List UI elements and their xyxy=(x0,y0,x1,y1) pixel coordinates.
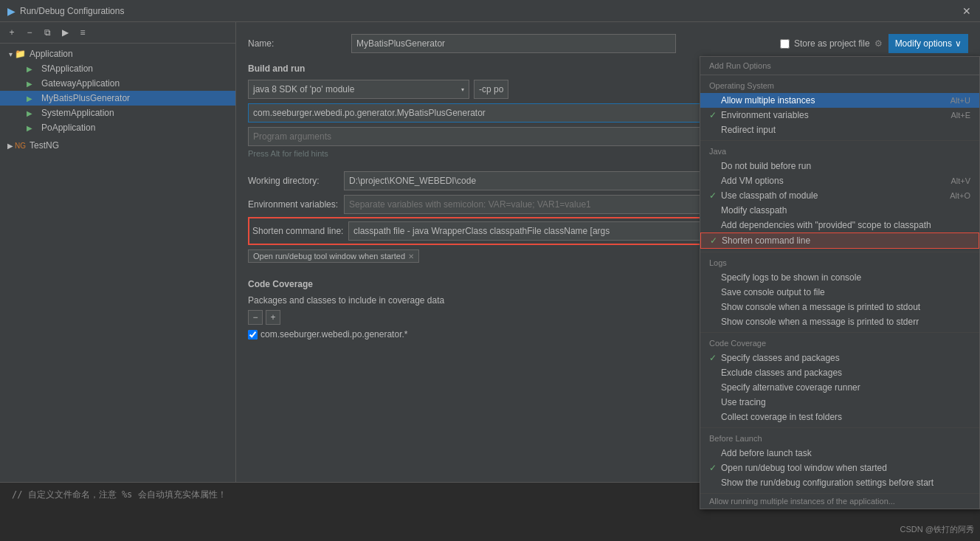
dropdown-item-show-stdout[interactable]: Show console when a message is printed t… xyxy=(700,300,979,314)
expand-arrow-icon: ▾ xyxy=(6,50,15,58)
dropdown-item-alt-runner[interactable]: Specify alternative coverage runner xyxy=(700,380,979,395)
dropdown-item-add-deps[interactable]: Add dependencies with "provided" scope t… xyxy=(700,218,979,232)
sdk-select-value: java 8 SDK of 'po' module xyxy=(253,84,458,94)
shortcut-label: Alt+U xyxy=(950,96,970,105)
dropdown-section-title-coverage: Code Coverage xyxy=(700,336,979,351)
dropdown-item-label: Specify classes and packages xyxy=(721,353,970,363)
sidebar-item-testng[interactable]: ▶ NG TestNG xyxy=(0,138,235,153)
shortcut-label: Alt+E xyxy=(950,111,970,120)
sort-config-button[interactable]: ≡ xyxy=(75,25,90,40)
sidebar-item-label: GatewayApplication xyxy=(41,78,120,89)
sidebar-item-application[interactable]: ▾ 📁 Application xyxy=(0,46,235,61)
copy-config-button[interactable]: ⧉ xyxy=(40,25,55,40)
chevron-down-icon: ▾ xyxy=(461,86,464,93)
dropdown-item-label: Specify alternative coverage runner xyxy=(721,382,970,393)
sidebar-item-mybatisplusgenerator[interactable]: ▶ MyBatisPlusGenerator xyxy=(0,91,235,106)
add-coverage-button[interactable]: + xyxy=(266,310,280,325)
dropdown-item-label: Add VM options xyxy=(721,176,950,186)
dropdown-item-label: Use classpath of module xyxy=(721,190,950,201)
remove-config-button[interactable]: − xyxy=(22,25,37,40)
testng-icon: NG xyxy=(15,139,27,151)
sidebar-item-label: SystemApplication xyxy=(41,108,114,118)
dropdown-section-logs: Logs Specify logs to be shown in console… xyxy=(700,252,979,333)
sidebar-tree: ▾ 📁 Application ▶ SfApplication ▶ Gatewa… xyxy=(0,44,235,495)
dropdown-item-label: Specify logs to be shown in console xyxy=(721,272,970,283)
dropdown-item-add-task[interactable]: Add before launch task xyxy=(700,446,979,461)
dropdown-section-java: Java Do not build before run Add VM opti… xyxy=(700,141,979,252)
dropdown-section-coverage: Code Coverage ✓ Specify classes and pack… xyxy=(700,333,979,428)
remove-tag-button[interactable]: ✕ xyxy=(408,252,414,261)
app-icon: ▶ xyxy=(27,63,38,75)
sidebar-item-label: Application xyxy=(30,49,73,59)
dropdown-item-no-build[interactable]: Do not build before run xyxy=(700,159,979,173)
close-button[interactable]: ✕ xyxy=(961,5,973,17)
sdk-select[interactable]: java 8 SDK of 'po' module ▾ xyxy=(248,80,469,99)
dropdown-section-title-logs: Logs xyxy=(700,255,979,270)
dropdown-item-redirect[interactable]: Redirect input xyxy=(700,123,979,137)
dropdown-footer: Allow running multiple instances of the … xyxy=(700,493,979,509)
title-bar: ▶ Run/Debug Configurations ✕ xyxy=(0,0,980,22)
env-vars-label: Environment variables: xyxy=(248,199,344,210)
watermark: CSDN @铁打的阿秀 xyxy=(900,524,974,535)
sidebar-item-gatewayapplication[interactable]: ▶ GatewayApplication xyxy=(0,76,235,91)
remove-coverage-button[interactable]: − xyxy=(248,310,263,325)
dropdown-item-use-tracing[interactable]: Use tracing xyxy=(700,395,979,410)
dropdown-item-show-settings[interactable]: Show the run/debug configuration setting… xyxy=(700,475,979,490)
sidebar-item-label: PoApplication xyxy=(41,123,95,133)
dropdown-item-shorten-cmd[interactable]: ✓ Shorten command line xyxy=(700,232,979,249)
check-icon: ✓ xyxy=(709,463,721,473)
dropdown-item-env-vars[interactable]: ✓ Environment variables Alt+E xyxy=(700,108,979,123)
sidebar-item-sfapplication[interactable]: ▶ SfApplication xyxy=(0,61,235,76)
dropdown-item-collect-coverage[interactable]: Collect coverage in test folders xyxy=(700,410,979,424)
check-icon: ✓ xyxy=(709,353,721,363)
title-bar-text: Run/Debug Configurations xyxy=(20,6,124,16)
dropdown-item-show-stderr[interactable]: Show console when a message is printed t… xyxy=(700,314,979,329)
dropdown-section-title-os: Operating System xyxy=(700,78,979,93)
dropdown-item-label: Show console when a message is printed t… xyxy=(721,317,970,327)
dropdown-item-modify-classpath[interactable]: Modify classpath xyxy=(700,203,979,218)
working-dir-label: Working directory: xyxy=(248,176,344,186)
main-container: + − ⧉ ▶ ≡ ▾ 📁 Application ▶ SfApplicatio… xyxy=(0,22,980,541)
dropdown-item-label: Add dependencies with "provided" scope t… xyxy=(721,220,970,230)
dropdown-item-label: Do not build before run xyxy=(721,161,970,171)
shortcut-label: Alt+O xyxy=(950,191,970,200)
name-row: Name: Store as project file ⚙ Modify opt… xyxy=(248,34,968,53)
dropdown-item-specify-logs[interactable]: Specify logs to be shown in console xyxy=(700,270,979,285)
dropdown-item-label: Modify classpath xyxy=(721,205,970,216)
dropdown-item-save-console[interactable]: Save console output to file xyxy=(700,285,979,300)
app-icon: ▶ xyxy=(27,77,38,89)
sidebar-item-poapplication[interactable]: ▶ PoApplication xyxy=(0,120,235,135)
add-config-button[interactable]: + xyxy=(4,25,19,40)
dropdown-section-title-java: Java xyxy=(700,144,979,159)
dropdown-item-label: Show the run/debug configuration setting… xyxy=(721,478,970,488)
open-debug-tag: Open run/debug tool window when started … xyxy=(248,249,419,263)
dropdown-item-use-classpath[interactable]: ✓ Use classpath of module Alt+O xyxy=(700,188,979,203)
dropdown-item-label: Shorten command line xyxy=(722,235,970,246)
name-input[interactable] xyxy=(351,34,676,53)
run-config-button[interactable]: ▶ xyxy=(58,25,72,40)
dropdown-item-open-debug-window[interactable]: ✓ Open run/debug tool window when starte… xyxy=(700,461,979,475)
sidebar-item-systemapplication[interactable]: ▶ SystemApplication xyxy=(0,106,235,120)
folder-icon: 📁 xyxy=(15,48,27,60)
dropdown-item-label: Exclude classes and packages xyxy=(721,368,970,378)
dropdown-item-exclude-classes[interactable]: Exclude classes and packages xyxy=(700,365,979,380)
dropdown-item-add-vm[interactable]: Add VM options Alt+V xyxy=(700,173,979,188)
dropdown-header: Add Run Options xyxy=(700,57,979,75)
coverage-item-label: com.seeburger.webedi.po.generator.* xyxy=(260,329,407,340)
coverage-checkbox[interactable] xyxy=(248,330,258,340)
dropdown-item-label: Save console output to file xyxy=(721,287,970,297)
dropdown-item-label: Environment variables xyxy=(721,110,950,120)
dropdown-section-title-before-launch: Before Launch xyxy=(700,431,979,446)
dropdown-item-allow-multiple[interactable]: Allow multiple instances Alt+U xyxy=(700,93,979,108)
check-icon: ✓ xyxy=(709,190,721,201)
store-checkbox[interactable] xyxy=(780,39,790,49)
shorten-cmd-label: Shorten command line: xyxy=(252,226,348,236)
dropdown-item-specify-classes[interactable]: ✓ Specify classes and packages xyxy=(700,351,979,365)
dropdown-item-label: Allow multiple instances xyxy=(721,95,950,106)
expand-arrow-icon: ▶ xyxy=(6,142,15,150)
content-area: Name: Store as project file ⚙ Modify opt… xyxy=(236,22,980,541)
store-label: Store as project file xyxy=(794,38,870,49)
settings-icon: ⚙ xyxy=(874,38,883,49)
dropdown-item-label: Use tracing xyxy=(721,397,970,407)
modify-options-button[interactable]: Modify options ∨ xyxy=(888,34,968,53)
